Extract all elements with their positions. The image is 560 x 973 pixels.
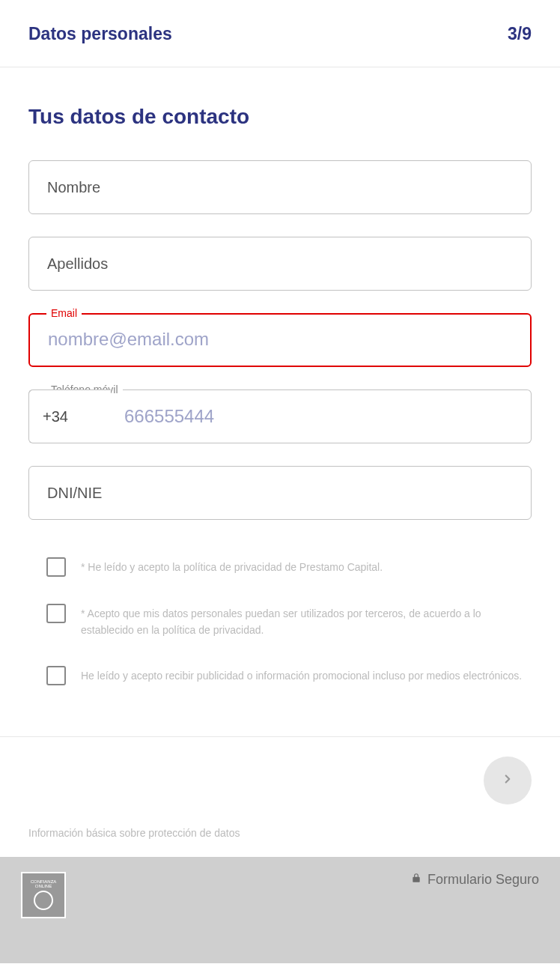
consent-privacy-label: * He leído y acepto la política de priva… (81, 557, 383, 575)
telefono-field-wrapper: Teléfono móvil +34 (28, 389, 532, 443)
trust-badge-icon (34, 891, 53, 910)
step-indicator: 3/9 (508, 24, 532, 44)
page-title: Datos personales (28, 24, 172, 44)
dni-input[interactable] (28, 466, 532, 520)
section-title: Tus datos de contacto (28, 105, 532, 129)
apellidos-input[interactable] (28, 237, 532, 291)
next-button[interactable] (484, 757, 532, 804)
trust-badge-text: CONFIANZA ONLINE (22, 879, 64, 888)
email-field-wrapper: Email (28, 313, 532, 367)
consent-group: * He leído y acepto la política de priva… (28, 557, 532, 685)
consent-marketing-row: He leído y acepto recibir publicidad o i… (28, 666, 532, 685)
footer: CONFIANZA ONLINE Formulario Seguro (0, 857, 560, 963)
consent-privacy-checkbox[interactable] (46, 557, 66, 577)
email-input[interactable] (28, 313, 532, 367)
nombre-input[interactable] (28, 160, 532, 214)
legal-info-link[interactable]: Información básica sobre protección de d… (0, 819, 560, 857)
consent-thirdparty-label: * Acepto que mis datos personales puedan… (81, 604, 532, 639)
trust-badge: CONFIANZA ONLINE (21, 872, 66, 918)
telefono-input[interactable] (111, 389, 532, 443)
form-content: Tus datos de contacto Email Teléfono móv… (0, 67, 560, 736)
consent-thirdparty-row: * Acepto que mis datos personales puedan… (28, 604, 532, 639)
consent-thirdparty-checkbox[interactable] (46, 604, 66, 623)
lock-icon (411, 872, 421, 888)
dni-field-wrapper (28, 466, 532, 520)
email-label: Email (46, 307, 82, 319)
page-header: Datos personales 3/9 (0, 0, 560, 67)
actions-bar (0, 736, 560, 819)
consent-privacy-row: * He leído y acepto la política de priva… (28, 557, 532, 577)
consent-marketing-checkbox[interactable] (46, 666, 66, 685)
consent-marketing-label: He leído y acepto recibir publicidad o i… (81, 666, 522, 684)
nombre-field-wrapper (28, 160, 532, 214)
secure-label: Formulario Seguro (427, 872, 539, 888)
secure-indicator: Formulario Seguro (411, 872, 539, 888)
telefono-prefix[interactable]: +34 (28, 389, 111, 443)
apellidos-field-wrapper (28, 237, 532, 291)
chevron-right-icon (501, 772, 514, 788)
